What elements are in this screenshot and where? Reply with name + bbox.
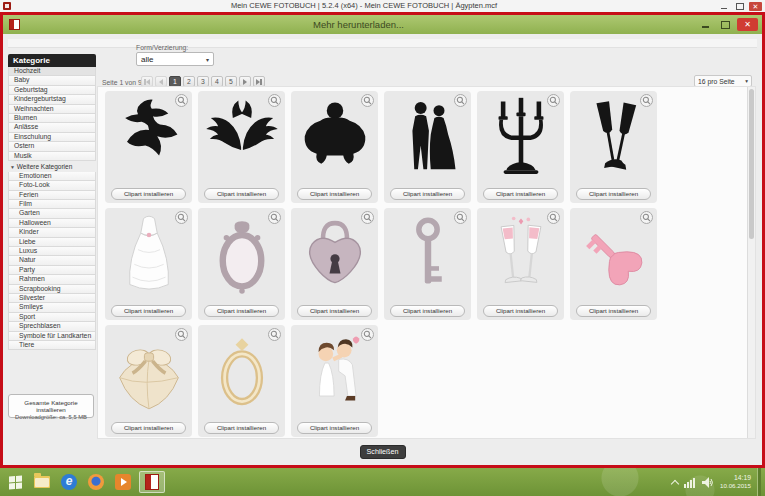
clock[interactable]: 14:19 10.06.2015 — [720, 474, 751, 490]
magnifier-icon[interactable] — [361, 94, 374, 107]
sidebar-subitem-12[interactable]: Rahmen — [8, 275, 96, 284]
clipart-install-button[interactable]: Clipart installieren — [390, 305, 465, 317]
magnifier-icon[interactable] — [175, 328, 188, 341]
start-button[interactable] — [4, 471, 26, 493]
clipart-install-button[interactable]: Clipart installieren — [483, 305, 558, 317]
sidebar-subitem-9[interactable]: Luxus — [8, 247, 96, 256]
sidebar-subitem-4[interactable]: Film — [8, 200, 96, 209]
clipart-install-button[interactable]: Clipart installieren — [111, 305, 186, 317]
clipart-install-button[interactable]: Clipart installieren — [297, 305, 372, 317]
install-category-button[interactable]: Gesamte Kategorie installieren Downloadg… — [8, 394, 94, 418]
magnifier-icon[interactable] — [175, 211, 188, 224]
main-window-titlebar[interactable]: Mein CEWE FOTOBUCH | 5.2.4 (x64) - Mein … — [0, 0, 765, 12]
clipart-install-button[interactable]: Clipart installieren — [390, 188, 465, 200]
clipart-install-button[interactable]: Clipart installieren — [204, 422, 279, 434]
magnifier-icon[interactable] — [547, 211, 560, 224]
scrollbar[interactable] — [747, 87, 755, 438]
minimize-icon[interactable] — [717, 2, 730, 11]
sidebar-subitem-13[interactable]: Scrapbooking — [8, 285, 96, 294]
magnifier-icon[interactable] — [175, 94, 188, 107]
sidebar-item-geburtstag[interactable]: Geburtstag — [8, 86, 96, 95]
clipart-tile-candelabra[interactable]: Clipart installieren — [477, 91, 564, 203]
sidebar-item-musik[interactable]: Musik — [8, 152, 96, 161]
sidebar-item-einschulung[interactable]: Einschulung — [8, 133, 96, 142]
clipart-install-button[interactable]: Clipart installieren — [483, 188, 558, 200]
clipart-tile-wedding-ring[interactable]: Clipart installieren — [198, 325, 285, 437]
dialog-maximize-icon[interactable] — [717, 18, 733, 31]
sidebar-subitem-6[interactable]: Halloween — [8, 219, 96, 228]
clipart-tile-flying-doves[interactable]: Clipart installieren — [105, 91, 192, 203]
maximize-icon[interactable] — [733, 2, 746, 11]
dialog-minimize-icon[interactable] — [697, 18, 713, 31]
close-icon[interactable]: ✕ — [749, 2, 762, 11]
more-categories-toggle[interactable]: ▼ Weitere Kategorien — [8, 162, 96, 171]
magnifier-icon[interactable] — [640, 94, 653, 107]
scrollbar-thumb[interactable] — [749, 89, 754, 239]
clipart-tile-angel[interactable]: Clipart installieren — [291, 91, 378, 203]
clipart-tile-kissing-couple[interactable]: Clipart installieren — [291, 325, 378, 437]
sidebar-item-anlaesse[interactable]: Anlässe — [8, 123, 96, 132]
magnifier-icon[interactable] — [547, 94, 560, 107]
sidebar-subitem-3[interactable]: Ferien — [8, 191, 96, 200]
sidebar-subitem-18[interactable]: Symbole für Landkarten — [8, 332, 96, 341]
clipart-tile-ornate-frame[interactable]: Clipart installieren — [198, 208, 285, 320]
clipart-install-button[interactable]: Clipart installieren — [111, 422, 186, 434]
sidebar-item-baby[interactable]: Baby — [8, 76, 96, 85]
tray-expand-icon[interactable] — [671, 479, 679, 487]
clipart-tile-ring-pillow[interactable]: Clipart installieren — [105, 325, 192, 437]
clipart-install-button[interactable]: Clipart installieren — [576, 188, 651, 200]
sidebar-subitem-17[interactable]: Sprechblasen — [8, 322, 96, 331]
clipart-install-button[interactable]: Clipart installieren — [297, 188, 372, 200]
sidebar-subitem-15[interactable]: Smileys — [8, 303, 96, 312]
clipart-install-button[interactable]: Clipart installieren — [204, 305, 279, 317]
clipart-install-button[interactable]: Clipart installieren — [111, 188, 186, 200]
sidebar-subitem-8[interactable]: Liebe — [8, 238, 96, 247]
firefox-button[interactable] — [85, 471, 107, 493]
internet-explorer-button[interactable]: e — [58, 471, 80, 493]
sidebar-item-hochzeit[interactable]: Hochzeit — [8, 67, 96, 76]
clipart-tile-toasting-glasses[interactable]: Clipart installieren — [477, 208, 564, 320]
clipart-install-button[interactable]: Clipart installieren — [576, 305, 651, 317]
dialog-close-icon[interactable]: ✕ — [737, 18, 758, 31]
sidebar-subitem-1[interactable]: Emotionen — [8, 172, 96, 181]
sidebar-subitem-14[interactable]: Silvester — [8, 294, 96, 303]
file-explorer-button[interactable] — [31, 471, 53, 493]
magnifier-icon[interactable] — [268, 328, 281, 341]
magnifier-icon[interactable] — [361, 328, 374, 341]
cewe-app-button[interactable] — [139, 471, 165, 493]
magnifier-icon[interactable] — [454, 211, 467, 224]
clipart-tile-dove-pair[interactable]: Clipart installieren — [198, 91, 285, 203]
magnifier-icon[interactable] — [268, 94, 281, 107]
clipart-install-button[interactable]: Clipart installieren — [297, 422, 372, 434]
close-dialog-button[interactable]: Schließen — [360, 445, 406, 459]
dialog-titlebar[interactable]: Mehr herunterladen... ✕ — [3, 15, 762, 34]
speaker-icon[interactable] — [702, 477, 714, 488]
sidebar-subitem-2[interactable]: Foto-Look — [8, 181, 96, 190]
sidebar-item-weihnachten[interactable]: Weihnachten — [8, 105, 96, 114]
magnifier-icon[interactable] — [454, 94, 467, 107]
magnifier-icon[interactable] — [640, 211, 653, 224]
clipart-tile-pink-heart-key[interactable]: Clipart installieren — [570, 208, 657, 320]
clipart-tile-heart-padlock[interactable]: Clipart installieren — [291, 208, 378, 320]
clipart-tile-champagne-flutes[interactable]: Clipart installieren — [570, 91, 657, 203]
clipart-tile-bride-and-groom[interactable]: Clipart installieren — [384, 91, 471, 203]
network-icon[interactable] — [684, 477, 696, 488]
sidebar-subitem-16[interactable]: Sport — [8, 313, 96, 322]
sidebar-item-blumen[interactable]: Blumen — [8, 114, 96, 123]
sidebar-subitem-10[interactable]: Natur — [8, 256, 96, 265]
media-player-button[interactable] — [112, 471, 134, 493]
sidebar-subitem-11[interactable]: Party — [8, 266, 96, 275]
clipart-tile-wedding-dress[interactable]: Clipart installieren — [105, 208, 192, 320]
sidebar-item-ostern[interactable]: Ostern — [8, 142, 96, 151]
magnifier-icon[interactable] — [268, 211, 281, 224]
sidebar-item-kindergeburtstag[interactable]: Kindergeburtstag — [8, 95, 96, 104]
sidebar-subitem-5[interactable]: Garten — [8, 209, 96, 218]
magnifier-icon[interactable] — [361, 211, 374, 224]
clipart-install-button[interactable]: Clipart installieren — [204, 188, 279, 200]
clipart-tile-vintage-key[interactable]: Clipart installieren — [384, 208, 471, 320]
filter-select[interactable]: alle ▾ — [136, 52, 214, 66]
sidebar-subitem-7[interactable]: Kinder — [8, 228, 96, 237]
sidebar-subitem-19[interactable]: Tiere — [8, 341, 96, 350]
show-desktop-button[interactable] — [757, 468, 761, 496]
toolbar-strip — [8, 39, 757, 48]
